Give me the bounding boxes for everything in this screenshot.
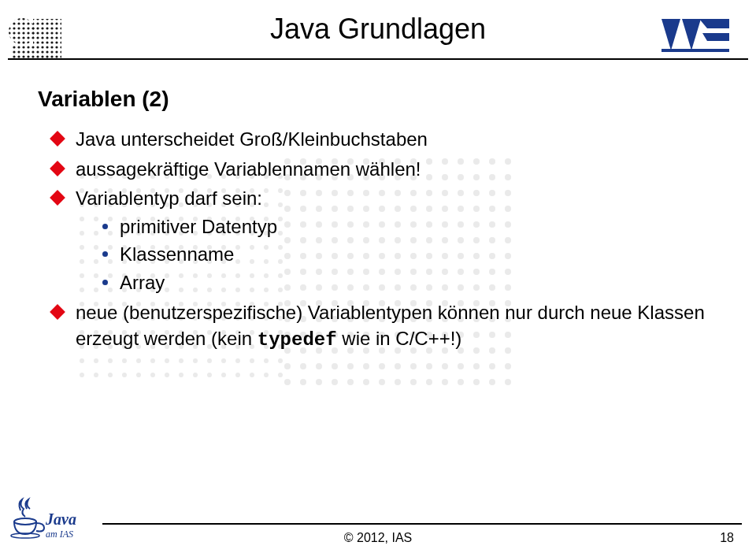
bullet-text-post: wie in C/C++!) xyxy=(337,328,462,349)
sub-item: Klassenname xyxy=(99,241,718,268)
svg-rect-7 xyxy=(11,46,61,60)
java-dot-logo-icon xyxy=(8,17,71,61)
page-title: Java Grundlagen xyxy=(270,13,486,46)
sub-item: Array xyxy=(99,269,718,296)
footer-divider xyxy=(102,523,742,525)
sub-list: primitiver Datentyp Klassenname Array xyxy=(76,213,718,296)
bullet-item: Java unterscheidet Groß/Kleinbuchstaben xyxy=(52,126,718,153)
code-typedef: typedef xyxy=(258,329,337,351)
sub-item-text: Array xyxy=(120,272,165,293)
bullet-text: Variablentyp darf sein: xyxy=(76,187,262,209)
sub-item: primitiver Datentyp xyxy=(99,213,718,240)
bullet-text: aussagekräftige Variablennamen wählen! xyxy=(76,158,421,180)
java-logo-main-text: Java xyxy=(45,510,76,528)
bullet-item: Variablentyp darf sein: primitiver Daten… xyxy=(52,185,718,295)
bullet-item: neue (benutzerspezifische) Variablentype… xyxy=(52,299,718,354)
sub-item-text: Klassenname xyxy=(120,243,234,265)
bullet-list: Java unterscheidet Groß/Kleinbuchstaben … xyxy=(38,126,718,354)
bullet-item: aussagekräftige Variablennamen wählen! xyxy=(52,156,718,183)
sub-item-text: primitiver Datentyp xyxy=(120,216,277,237)
svg-rect-12 xyxy=(662,49,729,52)
section-heading: Variablen (2) xyxy=(38,87,718,112)
page-header: Java Grundlagen xyxy=(8,6,748,60)
svg-marker-8 xyxy=(662,19,680,50)
java-cup-logo: Java am IAS xyxy=(9,496,96,544)
bullet-text: Java unterscheidet Groß/Kleinbuchstaben xyxy=(76,128,428,150)
svg-point-5 xyxy=(9,18,35,45)
svg-marker-10 xyxy=(699,19,729,28)
footer-copyright: © 2012, IAS xyxy=(344,531,413,545)
ias-logo-icon xyxy=(657,11,736,58)
svg-marker-9 xyxy=(682,19,701,50)
svg-rect-6 xyxy=(33,19,61,46)
svg-point-13 xyxy=(14,518,36,525)
content-area: Variablen (2) Java unterscheidet Groß/Kl… xyxy=(38,87,718,357)
svg-marker-11 xyxy=(702,33,729,41)
footer-page-number: 18 xyxy=(720,531,734,545)
java-logo-sub-text: am IAS xyxy=(46,529,73,540)
